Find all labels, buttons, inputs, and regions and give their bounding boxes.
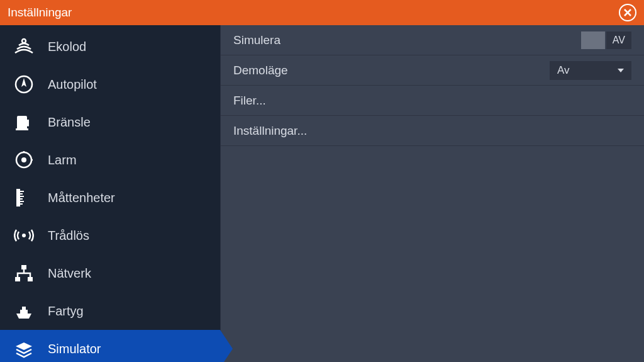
close-icon — [623, 8, 632, 17]
sidebar-item-tradlos[interactable]: Trådlös — [0, 217, 220, 254]
sonar-icon — [11, 34, 36, 59]
row-label: Filer... — [233, 94, 266, 108]
main-panel: Simulera AV Demoläge Av Filer... Inställ… — [220, 25, 644, 362]
sidebar-item-autopilot[interactable]: Autopilot — [0, 65, 220, 103]
row-simulera[interactable]: Simulera AV — [221, 25, 644, 55]
sidebar-item-label: Måttenheter — [48, 191, 115, 205]
header: Inställningar — [0, 0, 644, 25]
alarm-icon — [11, 147, 36, 173]
row-demolage[interactable]: Demoläge Av — [221, 55, 644, 86]
fuel-icon — [11, 110, 36, 135]
svg-rect-7 — [15, 277, 20, 281]
svg-rect-8 — [28, 277, 33, 281]
content: Ekolod Autopilot Bränsle Larm Måttenhete — [0, 25, 644, 362]
sidebar: Ekolod Autopilot Bränsle Larm Måttenhete — [0, 25, 220, 362]
sidebar-item-mattenheter[interactable]: Måttenheter — [0, 179, 220, 217]
svg-rect-1 — [16, 128, 28, 130]
network-icon — [11, 261, 36, 286]
sidebar-item-ekolod[interactable]: Ekolod — [0, 28, 220, 65]
sidebar-item-label: Nätverk — [48, 266, 91, 281]
sidebar-item-label: Autopilot — [48, 77, 97, 92]
row-label: Inställningar... — [233, 124, 307, 138]
sidebar-item-fartyg[interactable]: Fartyg — [0, 292, 220, 330]
toggle-track — [581, 31, 605, 49]
sidebar-item-bransle[interactable]: Bränsle — [0, 103, 220, 141]
sidebar-item-label: Bränsle — [48, 115, 91, 130]
row-label: Demoläge — [233, 64, 288, 77]
row-label: Simulera — [233, 33, 280, 47]
row-filer[interactable]: Filer... — [221, 86, 644, 116]
svg-point-5 — [22, 234, 26, 237]
sidebar-item-label: Larm — [48, 153, 77, 167]
sidebar-item-label: Fartyg — [48, 304, 84, 319]
units-icon — [11, 185, 36, 210]
wireless-icon — [11, 223, 36, 248]
svg-point-3 — [21, 157, 26, 162]
page-title: Inställningar — [8, 6, 72, 20]
chevron-down-icon — [615, 65, 626, 76]
autopilot-icon — [11, 72, 36, 97]
simulator-icon — [11, 336, 36, 361]
simulera-toggle[interactable]: AV — [581, 31, 631, 49]
svg-rect-6 — [21, 265, 26, 269]
row-installningar[interactable]: Inställningar... — [221, 116, 644, 146]
sidebar-item-label: Trådlös — [48, 229, 89, 243]
sidebar-item-simulator[interactable]: Simulator — [0, 330, 220, 362]
sidebar-item-label: Simulator — [48, 342, 101, 356]
svg-rect-4 — [16, 189, 20, 206]
sidebar-item-label: Ekolod — [48, 40, 86, 54]
vessel-icon — [11, 298, 36, 324]
sidebar-item-larm[interactable]: Larm — [0, 141, 220, 179]
demolage-dropdown[interactable]: Av — [550, 61, 631, 80]
close-button[interactable] — [619, 4, 636, 21]
sidebar-item-natverk[interactable]: Nätverk — [0, 254, 220, 292]
toggle-state: AV — [606, 31, 631, 49]
dropdown-value: Av — [557, 64, 570, 77]
